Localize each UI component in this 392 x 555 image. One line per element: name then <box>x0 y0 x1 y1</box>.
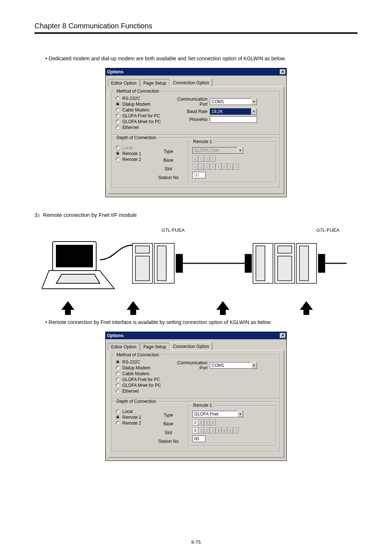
station-no-input[interactable]: 00 <box>192 436 205 442</box>
tab-editor-option[interactable]: Editor Option <box>108 343 140 351</box>
titlebar[interactable]: Options ✕ <box>106 68 286 76</box>
slot-label: Slot <box>156 430 181 435</box>
radio-remote1[interactable]: Remote 1 <box>116 415 148 420</box>
tab-connection-option[interactable]: Connection Option <box>170 342 212 350</box>
slot-selector[interactable]: 0 1 2 3 4 5 6 7 <box>192 428 272 433</box>
chevron-down-icon[interactable]: ▼ <box>251 108 257 115</box>
base-seg[interactable]: 2 <box>204 156 210 162</box>
dialog-title: Options <box>107 69 123 74</box>
slot-seg[interactable]: 0 <box>192 164 198 170</box>
close-icon[interactable]: ✕ <box>280 69 286 74</box>
tab-content: Method of Connection RS-232C Dialup Mode… <box>108 350 284 458</box>
comm-port-combo[interactable]: COM1 ▼ <box>210 98 257 105</box>
radio-remote2[interactable]: Remote 2 <box>116 421 148 426</box>
tab-editor-option[interactable]: Editor Option <box>108 79 140 87</box>
chevron-down-icon[interactable]: ▼ <box>251 98 257 105</box>
radio-rs232c[interactable]: RS-232C <box>116 96 161 101</box>
tab-strip: Editor Option Page Setup Connection Opti… <box>108 78 284 86</box>
titlebar[interactable]: Options ✕ <box>106 332 286 339</box>
arrow-up-icon <box>61 301 74 310</box>
phone-no-input[interactable] <box>210 116 257 123</box>
base-selector[interactable]: 0 1 2 3 <box>192 156 272 162</box>
slot-selector[interactable]: 0 1 2 3 4 5 6 7 <box>192 164 272 170</box>
comm-port-combo[interactable]: COM1 ▼ <box>210 362 257 369</box>
slot-seg[interactable]: 1 <box>198 164 204 170</box>
chevron-down-icon[interactable]: ▼ <box>237 411 243 417</box>
radio-cable-modem[interactable]: Cable Modem <box>116 108 161 113</box>
slot-seg[interactable]: 1 <box>198 428 204 433</box>
type-combo[interactable]: GLOFA Cnet ▼ <box>192 147 243 154</box>
base-seg[interactable]: 1 <box>198 156 204 162</box>
intro-bullet-1: • Dedicated modem and dial-up modem are … <box>45 56 358 61</box>
radio-remote1[interactable]: Remote 1 <box>116 151 148 156</box>
radio-cable-modem[interactable]: Cable Modem <box>116 371 161 376</box>
slot-seg[interactable]: 5 <box>221 164 227 170</box>
slot-seg[interactable]: 6 <box>227 428 233 433</box>
type-label: Type <box>156 149 181 154</box>
radio-glofa-fnet[interactable]: GLOFA Fnet for PC <box>116 377 161 382</box>
radio-rs232c[interactable]: RS-232C <box>116 360 161 365</box>
options-dialog-2: Options ✕ Editor Option Page Setup Conne… <box>105 332 287 461</box>
svg-rect-11 <box>245 254 252 272</box>
diagram-svg <box>42 234 350 300</box>
svg-rect-9 <box>176 254 183 272</box>
comm-port-label: Communication Port <box>170 97 210 107</box>
radio-label: GLOFA Mnet for PC <box>122 119 161 124</box>
chapter-title: Chapter 8 Communication Functions <box>34 22 358 34</box>
slot-seg[interactable]: 7 <box>233 164 239 170</box>
tab-connection-option[interactable]: Connection Option <box>170 78 212 86</box>
type-value: GLOFA Cnet <box>192 147 237 154</box>
radio-ethernet[interactable]: Ethernet <box>116 389 161 394</box>
tab-page-setup[interactable]: Page Setup <box>140 79 170 87</box>
radio-glofa-mnet[interactable]: GLOFA Mnet for PC <box>116 119 161 124</box>
svg-rect-13 <box>256 246 265 281</box>
tab-content: Method of Connection RS-232C Dialup Mode… <box>108 86 284 194</box>
radio-ethernet[interactable]: Ethernet <box>116 125 161 130</box>
radio-glofa-mnet[interactable]: GLOFA Mnet for PC <box>116 383 161 388</box>
slot-seg[interactable]: 3 <box>210 428 216 433</box>
method-of-connection-group: Method of Connection RS-232C Dialup Mode… <box>112 355 280 398</box>
base-selector[interactable]: 0 1 2 3 <box>192 420 272 425</box>
slot-seg[interactable]: 2 <box>204 428 210 433</box>
slot-seg[interactable]: 3 <box>210 164 216 170</box>
slot-seg[interactable]: 7 <box>233 428 239 433</box>
baud-rate-label: Baud Rate <box>170 109 210 114</box>
base-seg[interactable]: 0 <box>192 156 198 162</box>
svg-rect-1 <box>56 245 93 267</box>
radio-local[interactable]: Local <box>116 145 148 150</box>
tab-page-setup[interactable]: Page Setup <box>140 343 170 351</box>
station-no-input[interactable]: 00 <box>192 172 205 178</box>
radio-label: Remote 1 <box>122 415 141 420</box>
type-combo[interactable]: GLOFA Fnet ▼ <box>192 411 243 417</box>
page-number: 8-75 <box>0 539 392 545</box>
chevron-down-icon[interactable]: ▼ <box>237 147 243 154</box>
baud-rate-value: 19,2K <box>210 108 251 115</box>
base-seg[interactable]: 1 <box>198 420 204 425</box>
chevron-down-icon[interactable]: ▼ <box>251 362 257 369</box>
radio-local[interactable]: Local <box>116 409 148 414</box>
depth-legend: Depth of Connection <box>115 135 158 140</box>
depth-of-connection-group: Depth of Connection Local Remote 1 Remot… <box>112 401 280 451</box>
slot-seg[interactable]: 6 <box>227 164 233 170</box>
base-seg[interactable]: 3 <box>210 156 216 162</box>
baud-rate-combo[interactable]: 19,2K ▼ <box>210 108 257 115</box>
svg-marker-3 <box>56 274 100 283</box>
base-seg[interactable]: 0 <box>192 420 198 425</box>
slot-seg[interactable]: 2 <box>204 164 210 170</box>
method-legend: Method of Connection <box>115 89 160 94</box>
slot-seg[interactable]: 5 <box>221 428 227 433</box>
radio-label: RS-232C <box>122 96 140 101</box>
slot-seg[interactable]: 0 <box>192 428 198 433</box>
slot-seg[interactable]: 4 <box>216 164 221 170</box>
remote1-legend: Remote 1 <box>192 139 213 144</box>
slot-seg[interactable]: 4 <box>216 428 221 433</box>
radio-glofa-fnet[interactable]: GLOFA Fnet for PC <box>116 113 161 118</box>
radio-dialup-modem[interactable]: Dialup Modem <box>116 102 161 107</box>
radio-dialup-modem[interactable]: Dialup Modem <box>116 365 161 370</box>
comm-port-label: Communication Port <box>170 360 210 370</box>
base-seg[interactable]: 2 <box>204 420 210 425</box>
base-seg[interactable]: 3 <box>210 420 216 425</box>
close-icon[interactable]: ✕ <box>280 333 286 338</box>
radio-remote2[interactable]: Remote 2 <box>116 157 148 162</box>
slot-label: Slot <box>156 166 181 171</box>
